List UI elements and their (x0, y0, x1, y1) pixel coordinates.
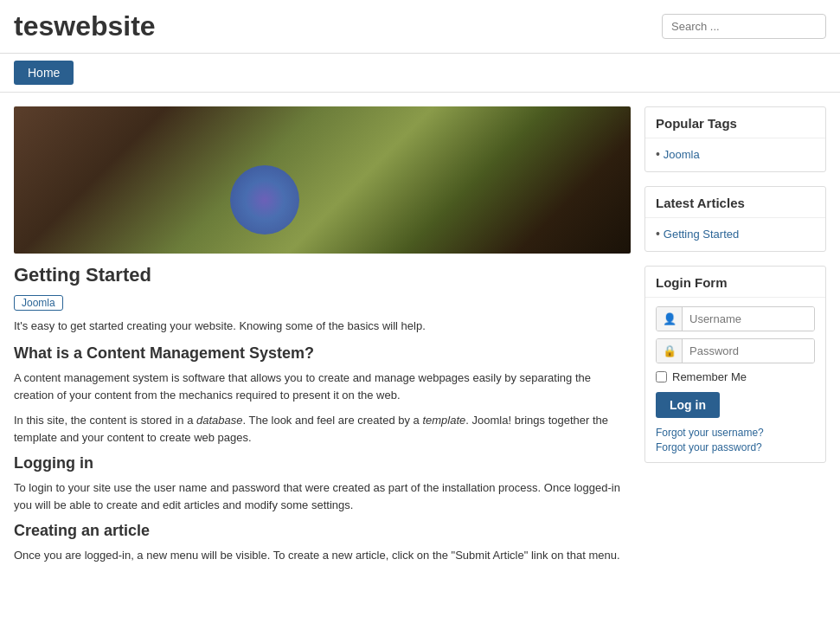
forgot-username-link[interactable]: Forgot your username? (656, 427, 815, 439)
latest-articles-content: Getting Started (645, 218, 825, 251)
intro-text: It's easy to get started creating your w… (14, 319, 631, 332)
password-field-wrapper: 🔒 (656, 338, 815, 363)
popular-tags-list: Joomla (656, 145, 815, 163)
forgot-password-link[interactable]: Forgot your password? (656, 441, 815, 453)
home-button[interactable]: Home (14, 61, 74, 85)
popular-tag-joomla[interactable]: Joomla (664, 148, 700, 161)
content-wrapper: Getting Started Joomla It's easy to get … (0, 93, 840, 587)
login-links: Forgot your username? Forgot your passwo… (656, 427, 815, 453)
joomla-tag[interactable]: Joomla (14, 295, 63, 311)
remember-me-row: Remember Me (656, 370, 815, 383)
username-field-wrapper: 👤 (656, 306, 815, 331)
search-input[interactable] (662, 14, 826, 39)
section-heading-article: Creating an article (14, 522, 631, 540)
remember-me-checkbox[interactable] (656, 371, 667, 382)
section-heading-cms: What is a Content Management System? (14, 344, 631, 363)
latest-article-getting-started[interactable]: Getting Started (664, 228, 739, 241)
section-para-article: Once you are logged-in, a new menu will … (14, 547, 631, 564)
article-title: Getting Started (14, 264, 631, 286)
section-para-cms-2: In this site, the content is stored in a… (14, 412, 631, 446)
latest-articles-list: Getting Started (656, 225, 815, 242)
login-form-content: 👤 🔒 Remember Me Log in Forgot you (645, 298, 825, 462)
remember-me-label: Remember Me (672, 370, 747, 383)
sidebar: Popular Tags Joomla Latest Articles Gett… (644, 106, 826, 573)
search-form (662, 14, 826, 39)
nav-bar: Home (0, 54, 840, 93)
list-item: Getting Started (656, 225, 815, 242)
lock-icon: 🔒 (657, 339, 683, 363)
login-form-title: Login Form (645, 267, 825, 298)
username-input[interactable] (683, 307, 814, 331)
section-heading-login: Logging in (14, 454, 631, 472)
hero-image (14, 106, 631, 254)
popular-tags-box: Popular Tags Joomla (644, 106, 826, 172)
main-content: Getting Started Joomla It's easy to get … (14, 106, 631, 573)
list-item: Joomla (656, 145, 815, 163)
login-form-box: Login Form 👤 🔒 Remember Me (644, 266, 826, 463)
latest-articles-box: Latest Articles Getting Started (644, 186, 826, 252)
popular-tags-content: Joomla (645, 138, 825, 171)
section-para-login: To login to your site use the user name … (14, 479, 631, 513)
popular-tags-title: Popular Tags (645, 107, 825, 138)
login-button[interactable]: Log in (656, 392, 720, 418)
site-title: teswebsite (14, 10, 156, 42)
password-input[interactable] (683, 339, 814, 363)
latest-articles-title: Latest Articles (645, 187, 825, 218)
user-icon: 👤 (657, 307, 683, 331)
section-para-cms-1: A content management system is software … (14, 370, 631, 403)
header: teswebsite (0, 0, 840, 54)
